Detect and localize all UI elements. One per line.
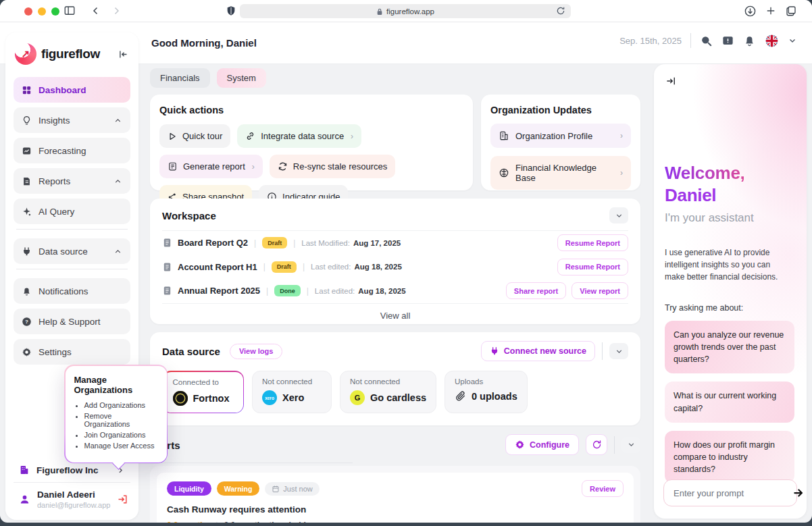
sidebar-item-dashboard[interactable]: Dashboard bbox=[14, 77, 130, 103]
configure-alerts-button[interactable]: Configure bbox=[505, 434, 579, 455]
source-card-fortnox-highlight: Connected to Fortnox bbox=[162, 371, 244, 413]
maximize-window-button[interactable] bbox=[51, 7, 59, 16]
chevron-up-icon[interactable] bbox=[113, 247, 122, 256]
alert-card: Liquidity Warning Just now Review Cash R… bbox=[157, 473, 634, 523]
prompt-input[interactable] bbox=[674, 488, 792, 498]
insights-bulb-icon bbox=[22, 115, 32, 126]
workspace-collapse-button[interactable] bbox=[609, 207, 628, 223]
logout-icon[interactable] bbox=[117, 494, 128, 505]
source-card-uploads[interactable]: Uploads 0 uploads bbox=[445, 371, 528, 413]
search-icon[interactable] bbox=[700, 34, 713, 47]
alerts-divider bbox=[150, 463, 353, 463]
alert-title: Cash Runway requires attention bbox=[167, 504, 624, 515]
doc-icon bbox=[162, 238, 172, 248]
profile-menu-chevron-icon[interactable] bbox=[788, 36, 797, 45]
language-flag-icon[interactable] bbox=[765, 34, 779, 48]
status-badge: Draft bbox=[272, 261, 297, 273]
resync-resources-button[interactable]: Re-sync stale resources bbox=[270, 155, 395, 178]
share-report-button[interactable]: Share report bbox=[506, 282, 566, 299]
privacy-shield-icon[interactable] bbox=[226, 5, 236, 17]
tab-financials[interactable]: Financials bbox=[150, 68, 210, 88]
financial-knowledge-base-button[interactable]: Financial Knowledge Base › bbox=[490, 156, 631, 190]
popup-item-manage-user-access[interactable]: Manage User Access bbox=[84, 442, 158, 450]
minimize-window-button[interactable] bbox=[38, 7, 46, 16]
source-card-fortnox[interactable]: Connected to Fortnox bbox=[163, 372, 243, 413]
report-name[interactable]: Board Report Q2 bbox=[178, 238, 248, 248]
sidebar-item-forecasting[interactable]: Forecasting bbox=[14, 138, 130, 163]
suggestion-chip[interactable]: Can you analyze our revenue growth trend… bbox=[665, 321, 794, 373]
view-all-link[interactable]: View all bbox=[162, 303, 628, 321]
resume-report-button[interactable]: Resume Report bbox=[557, 234, 628, 251]
browser-sidebar-icon[interactable] bbox=[64, 5, 76, 17]
organization-profile-button[interactable]: Organization Profile › bbox=[490, 124, 631, 148]
reports-doc-icon bbox=[22, 176, 32, 186]
sidebar-collapse-icon[interactable] bbox=[118, 49, 129, 60]
popup-item-join-organizations[interactable]: Join Organizations bbox=[84, 431, 158, 439]
review-alert-button[interactable]: Review bbox=[582, 480, 624, 497]
sidebar-item-settings[interactable]: Settings bbox=[14, 339, 130, 365]
chevron-right-icon: › bbox=[351, 132, 353, 141]
view-logs-button[interactable]: View logs bbox=[230, 344, 283, 359]
report-name[interactable]: Account Report H1 bbox=[178, 262, 257, 272]
downloads-icon[interactable] bbox=[744, 5, 757, 18]
report-name[interactable]: Annual Report 2025 bbox=[178, 286, 260, 296]
fortnox-logo-icon bbox=[173, 391, 188, 406]
new-tab-icon[interactable] bbox=[765, 5, 777, 17]
dashboard-grid-icon bbox=[22, 85, 32, 95]
sidebar-item-label: Reports bbox=[39, 176, 70, 186]
view-report-button[interactable]: View report bbox=[572, 282, 628, 299]
gear-icon bbox=[515, 440, 525, 450]
chevron-up-icon[interactable] bbox=[113, 116, 122, 125]
data-source-collapse-button[interactable] bbox=[609, 343, 628, 359]
data-source-card: Data source View logs Connect new source… bbox=[150, 332, 640, 425]
chevron-up-icon[interactable] bbox=[113, 177, 122, 186]
person-icon bbox=[19, 494, 30, 505]
sidebar-item-notifications[interactable]: Notifications bbox=[14, 278, 130, 304]
app-window: figureflow.app Good Morning, Daniel Sep.… bbox=[0, 0, 812, 523]
status-badge: Draft bbox=[262, 237, 287, 248]
assistant-collapse-icon[interactable] bbox=[665, 75, 677, 87]
figureflow-wordmark: figureflow bbox=[41, 47, 100, 61]
address-bar[interactable]: figureflow.app bbox=[240, 4, 571, 18]
sidebar-item-reports[interactable]: Reports bbox=[14, 168, 130, 194]
sidebar-item-label: Forecasting bbox=[39, 146, 86, 156]
connect-new-source-button[interactable]: Connect new source bbox=[481, 341, 595, 361]
quick-tour-button[interactable]: Quick tour bbox=[159, 124, 230, 148]
popup-item-remove-organizations[interactable]: Remove Organizations bbox=[84, 412, 158, 428]
back-icon[interactable] bbox=[90, 5, 102, 17]
close-window-button[interactable] bbox=[24, 7, 32, 16]
suggestion-chip[interactable]: How does our profit margin compare to in… bbox=[665, 431, 794, 483]
source-card-gocardless[interactable]: Not connected G Go cardless bbox=[340, 371, 436, 413]
sidebar-item-data-source[interactable]: Data source bbox=[14, 238, 130, 264]
chevron-right-icon: › bbox=[620, 168, 623, 178]
send-icon[interactable] bbox=[792, 487, 805, 499]
sidebar-item-label: Settings bbox=[39, 347, 72, 357]
building-icon bbox=[19, 465, 30, 475]
notifications-bell-icon[interactable] bbox=[743, 34, 756, 47]
refresh-alerts-button[interactable] bbox=[586, 434, 607, 455]
source-status: Not connected bbox=[350, 377, 426, 386]
integrate-data-source-button[interactable]: Integrate data source › bbox=[237, 124, 361, 148]
suggestion-chip[interactable]: What is our current working capital? bbox=[665, 382, 794, 422]
tab-system[interactable]: System bbox=[217, 68, 266, 88]
sidebar-item-ai-query[interactable]: AI Query bbox=[14, 199, 130, 224]
sidebar-divider bbox=[16, 269, 128, 269]
alerts-list: Liquidity Warning Just now Review Cash R… bbox=[150, 466, 640, 523]
resume-report-button[interactable]: Resume Report bbox=[557, 259, 628, 275]
forward-icon[interactable] bbox=[110, 5, 122, 17]
feedback-icon[interactable] bbox=[721, 34, 734, 47]
source-card-xero[interactable]: Not connected xero Xero bbox=[252, 371, 332, 413]
refresh-icon bbox=[278, 161, 288, 172]
date-label: Last edited: bbox=[311, 263, 351, 271]
sidebar-item-help-support[interactable]: ? Help & Support bbox=[14, 309, 130, 334]
generate-report-button[interactable]: Generate report › bbox=[159, 155, 263, 178]
alerts-collapse-button[interactable] bbox=[621, 437, 640, 453]
tab-overview-icon[interactable] bbox=[785, 5, 797, 17]
brain-icon bbox=[499, 167, 509, 178]
source-status: Connected to bbox=[173, 378, 234, 386]
date-value: Aug 18, 2025 bbox=[358, 287, 405, 295]
sidebar-item-insights[interactable]: Insights bbox=[14, 107, 130, 133]
user-profile[interactable]: Daniel Adeeri daniel@figureflow.app bbox=[14, 482, 130, 510]
popup-item-add-organizations[interactable]: Add Organizations bbox=[84, 401, 158, 409]
reload-icon[interactable] bbox=[556, 6, 565, 16]
